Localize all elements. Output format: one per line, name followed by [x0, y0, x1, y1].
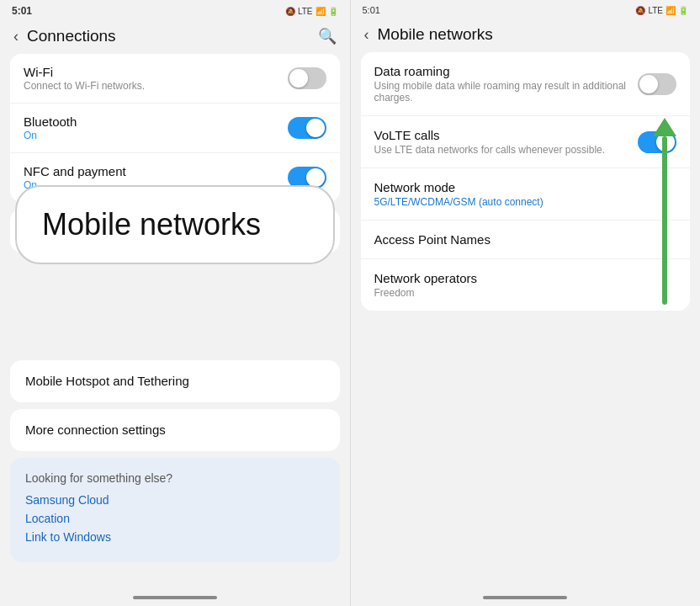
data-roaming-text: Data roaming Using mobile data while roa… [374, 64, 639, 104]
samsung-cloud-link[interactable]: Samsung Cloud [25, 493, 325, 507]
nfc-label: NFC and payment [24, 164, 288, 178]
right-screen-title: Mobile networks [378, 25, 687, 44]
apn-setting[interactable]: Access Point Names [361, 221, 691, 259]
apn-text: Access Point Names [374, 232, 677, 247]
right-mute-icon: 🔕 [635, 6, 645, 15]
right-top-bar: ‹ Mobile networks [351, 19, 701, 52]
volte-sublabel: Use LTE data networks for calls whenever… [374, 144, 639, 156]
right-settings-list: Data roaming Using mobile data while roa… [361, 52, 691, 311]
arrow-line [662, 136, 667, 305]
arrow-head [653, 118, 676, 136]
wifi-sublabel: Connect to Wi-Fi networks. [24, 80, 288, 92]
left-search-button[interactable]: 🔍 [318, 27, 337, 45]
wifi-label: Wi-Fi [24, 65, 288, 79]
bluetooth-text: Bluetooth On [24, 114, 288, 141]
right-status-icons: 🔕 LTE 📶 🔋 [635, 6, 688, 15]
volte-setting[interactable]: VoLTE calls Use LTE data networks for ca… [361, 116, 691, 168]
volte-label: VoLTE calls [374, 128, 639, 142]
network-mode-text: Network mode 5G/LTE/WCDMA/GSM (auto conn… [374, 180, 677, 208]
right-battery-icon: 🔋 [678, 6, 688, 15]
green-arrow-indicator [653, 118, 676, 305]
network-operators-label: Network operators [374, 271, 677, 285]
right-time: 5:01 [363, 5, 380, 15]
right-status-bar: 5:01 🔕 LTE 📶 🔋 [351, 0, 701, 19]
right-back-button[interactable]: ‹ [364, 26, 369, 44]
left-panel: 5:01 🔕 LTE 📶 🔋 ‹ Connections 🔍 Wi-Fi Con… [0, 0, 350, 606]
network-operators-setting[interactable]: Network operators Freedom [361, 259, 691, 311]
right-home-indicator [483, 596, 567, 599]
bluetooth-toggle[interactable] [288, 117, 326, 139]
left-battery-icon: 🔋 [328, 7, 338, 16]
suggestion-title: Looking for something else? [25, 471, 325, 485]
more-connections-card[interactable]: More connection settings [10, 409, 340, 451]
left-lte-icon: LTE [298, 7, 313, 16]
data-roaming-label: Data roaming [374, 64, 639, 78]
suggestion-card: Looking for something else? Samsung Clou… [10, 458, 340, 562]
left-screen-title: Connections [27, 27, 318, 45]
network-operators-text: Network operators Freedom [374, 271, 677, 299]
apn-label: Access Point Names [374, 232, 677, 247]
bottom-items: Mobile Hotspot and Tethering More connec… [10, 360, 340, 562]
network-mode-setting[interactable]: Network mode 5G/LTE/WCDMA/GSM (auto conn… [361, 168, 691, 221]
network-operators-sublabel: Freedom [374, 287, 677, 299]
wifi-setting[interactable]: Wi-Fi Connect to Wi-Fi networks. [10, 54, 340, 104]
wifi-toggle[interactable] [288, 67, 326, 89]
left-wifi-icon: 📶 [316, 7, 326, 16]
right-panel: 5:01 🔕 LTE 📶 🔋 ‹ Mobile networks Data ro… [351, 0, 701, 606]
hotspot-card[interactable]: Mobile Hotspot and Tethering [10, 360, 340, 402]
link-to-windows-link[interactable]: Link to Windows [25, 530, 325, 544]
wifi-text: Wi-Fi Connect to Wi-Fi networks. [24, 65, 288, 92]
more-connections-label: More connection settings [25, 423, 166, 437]
left-top-bar: ‹ Connections 🔍 [0, 20, 350, 54]
bluetooth-setting[interactable]: Bluetooth On [10, 104, 340, 153]
right-wifi-icon: 📶 [666, 6, 676, 15]
left-settings-list: Wi-Fi Connect to Wi-Fi networks. Bluetoo… [10, 54, 340, 202]
left-back-button[interactable]: ‹ [13, 28, 19, 45]
network-mode-label: Network mode [374, 180, 677, 194]
mobile-networks-overlay: Mobile networks [15, 185, 335, 264]
volte-text: VoLTE calls Use LTE data networks for ca… [374, 128, 639, 156]
left-status-icons: 🔕 LTE 📶 🔋 [285, 7, 338, 16]
data-roaming-setting[interactable]: Data roaming Using mobile data while roa… [361, 52, 691, 116]
bluetooth-sublabel: On [24, 130, 288, 141]
left-time: 5:01 [12, 5, 32, 17]
network-mode-sublabel: 5G/LTE/WCDMA/GSM (auto connect) [374, 196, 677, 208]
data-roaming-sublabel: Using mobile data while roaming may resu… [374, 80, 639, 104]
hotspot-label: Mobile Hotspot and Tethering [25, 374, 189, 388]
mobile-networks-big-label: Mobile networks [42, 207, 261, 242]
right-lte-icon: LTE [648, 6, 663, 15]
left-status-bar: 5:01 🔕 LTE 📶 🔋 [0, 0, 350, 20]
left-home-indicator [133, 596, 217, 599]
location-link[interactable]: Location [25, 512, 325, 525]
left-signal-icons: 🔕 [285, 7, 295, 16]
bluetooth-label: Bluetooth [24, 114, 288, 129]
data-roaming-toggle[interactable] [638, 73, 676, 95]
